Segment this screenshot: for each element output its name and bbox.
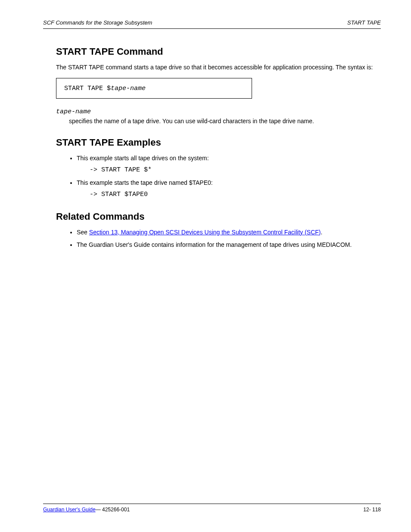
command-intro: The START TAPE command starts a tape dri…	[56, 63, 381, 72]
list-item: The Guardian User's Guide contains infor…	[77, 241, 381, 249]
example-text: This example starts all tape drives on t…	[77, 155, 209, 162]
list-item: This example starts all tape drives on t…	[77, 154, 381, 174]
examples-list: This example starts all tape drives on t…	[56, 154, 381, 199]
footer-title-link[interactable]: Guardian User's Guide	[43, 507, 96, 513]
footer-doc-title: Guardian User's Guide— 425266-001	[43, 507, 130, 513]
document-page: SCF Commands for the Storage Subsystem S…	[0, 0, 411, 532]
related-suffix: .	[321, 229, 322, 236]
section-title-related: Related Commands	[56, 211, 381, 222]
example-command: -> START $TAPE0	[90, 190, 381, 199]
cross-reference-link[interactable]: Section 13, Managing Open SCSI Devices U…	[89, 229, 321, 236]
page-header: SCF Commands for the Storage Subsystem S…	[43, 19, 381, 29]
section-title-examples: START TAPE Examples	[56, 137, 381, 148]
syntax-box: START TAPE $tape-name	[56, 78, 252, 99]
related-list: See Section 13, Managing Open SCSI Devic…	[56, 228, 381, 249]
list-item: This example starts the tape drive named…	[77, 179, 381, 199]
related-prefix: See	[77, 229, 89, 236]
footer-doc-id: — 425266-001	[96, 507, 130, 513]
example-command: -> START TAPE $*	[90, 165, 381, 174]
header-topic: START TAPE	[347, 19, 381, 26]
page-footer: Guardian User's Guide— 425266-001 12- 11…	[43, 504, 381, 513]
syntax-text: START TAPE $tape-name	[64, 85, 146, 92]
list-item: See Section 13, Managing Open SCSI Devic…	[77, 228, 381, 237]
header-section-name: SCF Commands for the Storage Subsystem	[43, 19, 152, 26]
section-title-command: START TAPE Command	[56, 46, 381, 57]
footer-page-number: 12- 118	[363, 507, 381, 513]
page-content: START TAPE Command The START TAPE comman…	[56, 46, 381, 249]
parameter-name: tape-name	[56, 108, 381, 115]
example-text: This example starts the tape drive named…	[77, 179, 213, 186]
related-text: The Guardian User's Guide contains infor…	[77, 241, 352, 248]
parameter-definition: specifies the name of a tape drive. You …	[69, 117, 381, 125]
